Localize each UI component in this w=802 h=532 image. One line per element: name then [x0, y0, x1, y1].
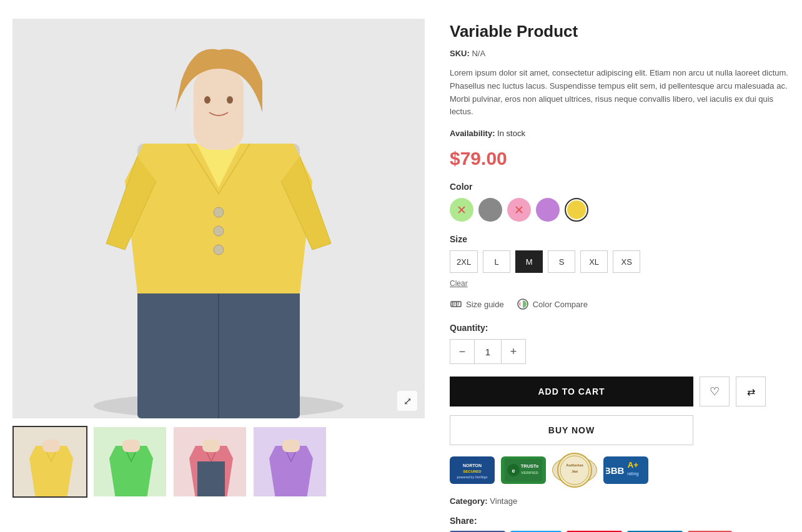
svg-point-5 [214, 207, 224, 217]
size-l[interactable]: L [483, 250, 510, 273]
color-swatches [450, 198, 790, 222]
svg-text:Authorize: Authorize [566, 463, 583, 467]
color-swatch-pink[interactable] [507, 198, 531, 222]
tools-row: Size guide Color Compare [450, 298, 790, 310]
add-to-cart-button[interactable]: ADD TO CART [450, 377, 693, 406]
clear-size-link[interactable]: Clear [450, 279, 468, 288]
category-value: Vintage [490, 496, 517, 506]
svg-rect-19 [282, 440, 300, 452]
main-image-container: ⤢ [12, 19, 425, 418]
truste-badge: e TRUSTe VERIFIED [501, 456, 546, 484]
svg-text:SECURED: SECURED [463, 470, 482, 473]
quantity-decrease-button[interactable]: − [450, 340, 474, 363]
color-compare-label: Color Compare [533, 300, 588, 309]
trust-badges: NORTON SECURED powered by VeriSign e TRU… [450, 456, 790, 484]
quantity-increase-button[interactable]: + [502, 340, 525, 363]
svg-text:rating: rating [627, 471, 638, 476]
svg-rect-8 [194, 69, 244, 150]
svg-rect-14 [122, 440, 140, 452]
wishlist-button[interactable]: ♡ [700, 377, 730, 406]
svg-rect-17 [202, 440, 220, 452]
size-s[interactable]: S [548, 250, 575, 273]
product-title: Variable Product [450, 22, 790, 41]
thumbnail-3[interactable] [172, 426, 247, 498]
buy-now-button[interactable]: BUY NOW [450, 415, 693, 445]
quantity-label: Quantity: [450, 323, 790, 333]
svg-point-6 [214, 226, 224, 236]
thumbnail-2[interactable] [92, 426, 167, 498]
svg-text:VERIFIED: VERIFIED [521, 471, 538, 475]
size-xs[interactable]: XS [613, 250, 640, 273]
color-compare-icon [517, 298, 529, 310]
main-product-image [12, 19, 425, 418]
size-xl[interactable]: XL [580, 250, 608, 273]
svg-text:BBB: BBB [606, 465, 625, 476]
category-label: Category: [450, 496, 488, 506]
size-m[interactable]: M [515, 250, 543, 273]
compare-icon: ⇄ [747, 386, 755, 398]
page-container: ⤢ [0, 0, 802, 532]
sku-row: SKU: N/A [450, 49, 790, 58]
availability-label: Availability: [450, 129, 495, 138]
size-2xl[interactable]: 2XL [450, 250, 478, 273]
product-description: Lorem ipsum dolor sit amet, consectetur … [450, 67, 790, 119]
color-swatch-gray[interactable] [478, 198, 502, 222]
norton-badge: NORTON SECURED powered by VeriSign [450, 456, 495, 484]
size-guide-icon [450, 298, 462, 310]
quantity-value: 1 [474, 340, 502, 363]
availability-value: In stock [497, 129, 525, 138]
size-options: 2XL L M S XL XS [450, 250, 790, 273]
thumbnail-1[interactable] [12, 426, 87, 498]
svg-point-10 [227, 96, 233, 104]
color-swatch-green[interactable] [450, 198, 473, 222]
compare-button[interactable]: ⇄ [736, 377, 766, 406]
thumbnail-row [12, 426, 425, 498]
share-label: Share: [450, 516, 790, 526]
sku-value: N/A [472, 49, 485, 58]
color-label: Color [450, 182, 790, 192]
color-compare-tool[interactable]: Color Compare [517, 298, 588, 310]
svg-rect-12 [42, 440, 60, 452]
heart-icon: ♡ [710, 385, 720, 398]
size-guide-tool[interactable]: Size guide [450, 298, 504, 310]
size-guide-label: Size guide [466, 300, 504, 309]
share-section: Share: f Facebook 🐦 Twitter P Pinterest … [450, 516, 790, 532]
product-gallery: ⤢ [12, 19, 425, 532]
svg-point-7 [214, 245, 224, 255]
quantity-controls: − 1 + [450, 339, 526, 364]
product-price: $79.00 [450, 148, 790, 169]
svg-point-9 [204, 96, 210, 104]
sku-label: SKU: [450, 49, 470, 58]
expand-button[interactable]: ⤢ [397, 391, 417, 411]
color-swatch-yellow[interactable] [565, 198, 588, 222]
product-details: Variable Product SKU: N/A Lorem ipsum do… [450, 19, 790, 532]
svg-text:powered by VeriSign: powered by VeriSign [457, 475, 487, 479]
availability-row: Availability: In stock [450, 129, 790, 138]
cart-action-row: ADD TO CART ♡ ⇄ [450, 377, 790, 406]
thumbnail-4[interactable] [252, 426, 327, 498]
authorize-badge: Authorize .Net [552, 456, 597, 484]
size-label: Size [450, 234, 790, 244]
category-row: Category: Vintage [450, 496, 790, 506]
svg-text:A+: A+ [628, 460, 639, 470]
svg-text:e: e [512, 468, 515, 474]
svg-text:TRUSTe: TRUSTe [521, 463, 539, 469]
svg-rect-16 [197, 461, 225, 498]
svg-text:.Net: .Net [572, 470, 578, 473]
color-swatch-purple[interactable] [536, 198, 560, 222]
bbb-badge: BBB A+ rating [603, 456, 648, 484]
svg-text:NORTON: NORTON [463, 463, 482, 468]
